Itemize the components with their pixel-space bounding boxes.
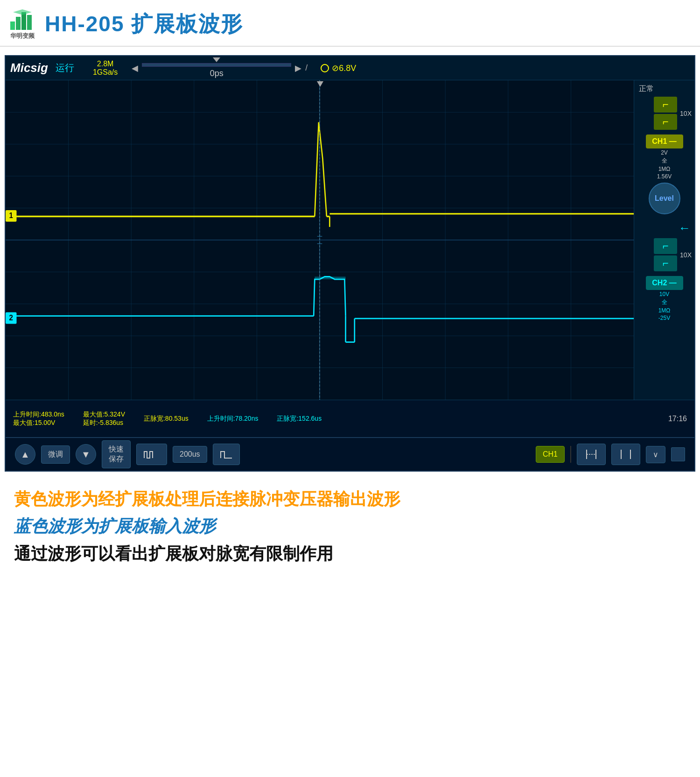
measure-pulse-width: 正脉宽:80.53us <box>144 415 189 423</box>
company-name: 华明变频 <box>10 32 35 40</box>
ch1-max-value: 最大值:15.00V <box>13 419 64 427</box>
description-area: 黄色波形为经扩展板处理后连接脉冲变压器输出波形 蓝色波形为扩展板输入波形 通过波… <box>0 476 700 575</box>
cursor1-icon <box>584 448 599 461</box>
level-button[interactable]: Level <box>649 183 680 214</box>
measure-ch1-max: 最大值:5.324V 延时:-5.836us <box>83 410 125 427</box>
memory-label: 2.8M <box>97 60 114 68</box>
pulse-width-label: 正脉宽:80.53us <box>144 415 189 423</box>
page-header: 华明变频 HH-205 扩展板波形 <box>0 0 700 47</box>
time-offset-label: 0ps <box>210 69 224 78</box>
time-right-arrow-icon[interactable]: ▶ <box>295 63 301 73</box>
ch1-max-label: 最大值:5.324V <box>83 410 125 419</box>
time-position-indicator <box>142 63 291 67</box>
ch2-wave-fall-btn[interactable]: ⌐ <box>654 255 677 271</box>
cursor1-button[interactable] <box>577 444 606 465</box>
ch1-wave-fall-btn[interactable]: ⌐ <box>654 114 677 130</box>
expand-button[interactable]: ∨ <box>646 446 665 463</box>
bottom-controls: ▲ 微调 ▼ 快速 保存 200us CH1 ∨ <box>5 438 695 472</box>
trigger-position-marker <box>317 81 323 87</box>
scope-memory-info: 2.8M 1GSa/s <box>93 60 118 77</box>
yellow-description: 黄色波形为经扩展板处理后连接脉冲变压器输出波形 <box>14 487 686 511</box>
ch1-select-button[interactable]: CH1 <box>536 446 565 463</box>
measurement-bar: 上升时间:483.0ns 最大值:15.00V 最大值:5.324V 延时:-5… <box>6 400 694 437</box>
svg-rect-3 <box>27 15 32 30</box>
ch1-offset: 1.56V <box>657 173 672 180</box>
blue-description: 蓝色波形为扩展板输入波形 <box>14 515 686 538</box>
trigger-level-value: ⊘6.8V <box>332 63 356 73</box>
ch2-probe-ratio: 10X <box>680 251 692 259</box>
svg-rect-31 <box>315 276 345 279</box>
ch2-impedance: 1MΩ <box>658 307 671 314</box>
wave-single-button[interactable] <box>213 444 240 465</box>
svg-text:2: 2 <box>9 313 13 321</box>
fine-tune-up-button[interactable]: ▲ <box>15 444 35 465</box>
brand-label: Micsig <box>10 61 48 75</box>
ch1-rise-time-label: 上升时间:483.0ns <box>13 410 64 419</box>
ch1-delay: 延时:-5.836us <box>83 419 125 427</box>
measure-ch2-pulse-width: 正脉宽:152.6us <box>277 415 322 423</box>
run-status: 运行 <box>56 62 74 74</box>
ch1-full: 全 <box>662 157 667 165</box>
ch2-offset: -25V <box>658 315 670 321</box>
ch2-trigger-arrow-icon: ← <box>679 221 691 235</box>
wave-single-icon <box>220 448 233 461</box>
scope-main-area: 1 2 正常 ⌐ ⌐ 10X <box>6 80 694 400</box>
clock-display: 17:16 <box>668 415 687 423</box>
wave-double-button[interactable] <box>136 444 167 465</box>
company-logo-icon <box>9 8 35 31</box>
svg-text:1: 1 <box>9 212 14 219</box>
ch1-probe-ratio: 10X <box>680 110 692 117</box>
trigger-level-display: ⊘6.8V <box>321 63 356 73</box>
ch2-pulse-width-label: 正脉宽:152.6us <box>277 415 322 423</box>
ch2-full: 全 <box>662 298 667 306</box>
measure-ch2-rise-time: 上升时间:78.20ns <box>207 415 259 423</box>
trigger-circle-icon <box>321 64 329 72</box>
waveform-display-area: 1 2 <box>6 80 634 400</box>
cursor2-icon <box>618 448 633 461</box>
oscilloscope-display: Micsig 运行 2.8M 1GSa/s ◀ 0ps ▶ / ⊘6.8V <box>5 55 695 438</box>
ch1-voltage: 2V <box>661 149 668 156</box>
svg-rect-0 <box>10 21 15 30</box>
ch1-button[interactable]: CH1 — <box>646 134 683 148</box>
fine-tune-down-button[interactable]: ▼ <box>76 444 96 465</box>
quick-save-button[interactable]: 快速 保存 <box>102 440 131 468</box>
separator: / <box>305 63 308 73</box>
ch2-button[interactable]: CH2 — <box>646 276 683 290</box>
time-position-bar[interactable]: ◀ 0ps ▶ <box>132 57 301 78</box>
sample-rate-label: 1GSa/s <box>93 68 118 77</box>
logo-area: 华明变频 <box>9 8 35 40</box>
wave-double-icon <box>143 448 160 461</box>
divider <box>570 446 571 463</box>
scope-topbar: Micsig 运行 2.8M 1GSa/s ◀ 0ps ▶ / ⊘6.8V <box>6 56 694 80</box>
cursor2-button[interactable] <box>611 444 640 465</box>
page-title: HH-205 扩展板波形 <box>45 10 243 39</box>
svg-rect-1 <box>16 17 21 30</box>
ch2-rise-time-label: 上升时间:78.20ns <box>207 415 259 423</box>
oscilloscope-grid: 1 2 <box>6 80 634 400</box>
time-left-arrow-icon[interactable]: ◀ <box>132 63 138 73</box>
ch2-voltage: 10V <box>659 291 669 297</box>
ch1-wave-rise-btn[interactable]: ⌐ <box>654 97 677 113</box>
fine-tune-label[interactable]: 微调 <box>41 445 70 464</box>
black-description: 通过波形可以看出扩展板对脉宽有限制作用 <box>14 542 686 565</box>
ch1-impedance: 1MΩ <box>658 166 671 172</box>
small-square-btn[interactable] <box>671 447 685 461</box>
right-control-panel: 正常 ⌐ ⌐ 10X CH1 — 2V 全 1MΩ <box>634 80 694 400</box>
svg-marker-4 <box>13 9 32 15</box>
measure-ch1-rise-time: 上升时间:483.0ns 最大值:15.00V <box>13 410 64 427</box>
ch2-wave-rise-btn[interactable]: ⌐ <box>654 238 677 254</box>
time-unit-button[interactable]: 200us <box>173 446 207 463</box>
trigger-mode-label: 正常 <box>639 84 654 94</box>
